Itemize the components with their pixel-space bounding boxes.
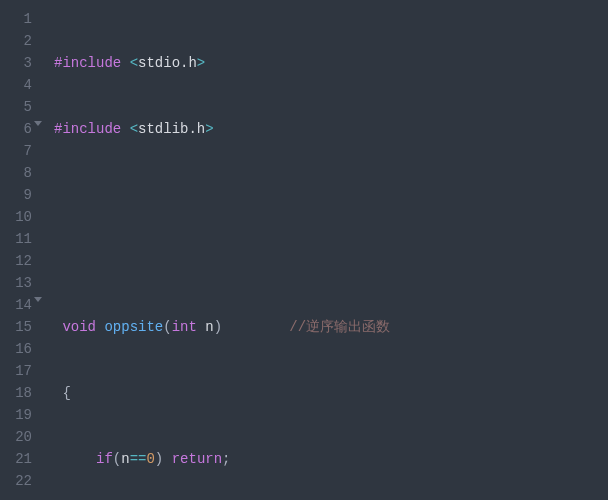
- code-line: [54, 250, 608, 272]
- line-number: 19: [6, 404, 32, 426]
- line-number: 12: [6, 250, 32, 272]
- fold-marker-icon[interactable]: [34, 297, 42, 302]
- line-number: 22: [6, 470, 32, 492]
- code-line: {: [54, 382, 608, 404]
- line-number: 7: [6, 140, 32, 162]
- line-number: 6: [6, 118, 32, 140]
- line-number: 20: [6, 426, 32, 448]
- code-line: if(n==0) return;: [54, 448, 608, 470]
- code-line: #include <stdio.h>: [54, 52, 608, 74]
- line-number: 3: [6, 52, 32, 74]
- line-number: 13: [6, 272, 32, 294]
- line-number: 11: [6, 228, 32, 250]
- code-line: void oppsite(int n) //逆序输出函数: [54, 316, 608, 338]
- fold-marker-icon[interactable]: [34, 121, 42, 126]
- code-area: #include <stdio.h> #include <stdlib.h> v…: [42, 0, 608, 500]
- line-number: 18: [6, 382, 32, 404]
- line-number: 15: [6, 316, 32, 338]
- line-number: 2: [6, 30, 32, 52]
- code-line: [54, 184, 608, 206]
- line-number: 16: [6, 338, 32, 360]
- line-number: 21: [6, 448, 32, 470]
- line-number: 5: [6, 96, 32, 118]
- line-number: 4: [6, 74, 32, 96]
- line-number: 9: [6, 184, 32, 206]
- line-number: 8: [6, 162, 32, 184]
- line-number: 1: [6, 8, 32, 30]
- line-number: 14: [6, 294, 32, 316]
- code-editor: 12345678910111213141516171819202122 #inc…: [0, 0, 608, 500]
- line-number-gutter: 12345678910111213141516171819202122: [0, 0, 42, 500]
- line-number: 10: [6, 206, 32, 228]
- line-number: 17: [6, 360, 32, 382]
- code-line: #include <stdlib.h>: [54, 118, 608, 140]
